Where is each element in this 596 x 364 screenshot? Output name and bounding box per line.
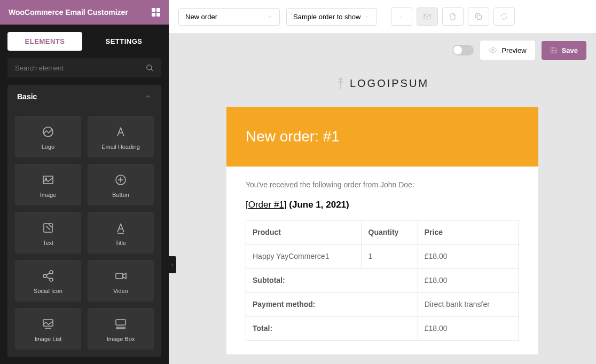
email-heading: New order: #1 <box>226 107 538 167</box>
info-icon <box>397 12 406 21</box>
heading-icon <box>114 125 127 138</box>
elements-grid: Logo Email Heading Image Button Text Tit… <box>7 108 161 357</box>
element-button[interactable]: Button <box>88 164 154 205</box>
svg-rect-24 <box>424 14 430 19</box>
video-icon <box>114 270 127 282</box>
table-header-row: Product Quantity Price <box>246 220 519 244</box>
element-image-list[interactable]: Image List <box>15 308 81 350</box>
grid-icon[interactable] <box>152 8 160 17</box>
email-logo: LOGOIPSUM <box>336 76 429 91</box>
element-social-icon[interactable]: Social Icon <box>15 260 81 302</box>
element-image-box[interactable]: Image Box <box>88 308 154 350</box>
element-video[interactable]: Video <box>88 260 154 302</box>
title-icon <box>114 221 127 234</box>
chevron-down-icon <box>266 13 273 20</box>
select-email-type[interactable]: New order <box>178 8 280 26</box>
svg-rect-19 <box>116 320 126 325</box>
toggle-switch[interactable] <box>452 45 474 56</box>
accordion-basic[interactable]: Basic <box>7 85 161 108</box>
tabs: ELEMENTS SETTINGS <box>0 25 169 58</box>
save-icon <box>550 46 558 54</box>
element-text[interactable]: Text <box>15 212 81 254</box>
svg-point-10 <box>50 271 53 274</box>
email-body: You've received the following order from… <box>226 167 538 354</box>
email-button[interactable] <box>417 7 438 26</box>
th-price: Price <box>418 220 519 244</box>
image-list-icon <box>42 318 54 330</box>
element-logo[interactable]: Logo <box>15 116 81 157</box>
copy-button[interactable] <box>468 7 489 26</box>
save-button[interactable]: Save <box>542 41 586 60</box>
search-box[interactable] <box>7 58 161 77</box>
mail-icon <box>423 12 432 21</box>
svg-line-13 <box>46 273 50 275</box>
svg-rect-25 <box>477 15 481 19</box>
th-quantity: Quantity <box>362 220 418 244</box>
tab-elements[interactable]: ELEMENTS <box>7 32 82 51</box>
button-icon <box>114 173 127 186</box>
svg-rect-15 <box>116 273 123 279</box>
copy-icon <box>474 12 483 21</box>
search-input[interactable] <box>15 64 145 72</box>
svg-point-26 <box>492 49 494 51</box>
element-title[interactable]: Title <box>88 212 154 254</box>
chevron-left-icon <box>170 262 175 267</box>
accordion-label: Basic <box>17 92 37 101</box>
order-table: Product Quantity Price Happy YayCommerce… <box>246 220 519 341</box>
document-icon <box>449 12 457 21</box>
svg-point-0 <box>147 65 152 70</box>
preview-button[interactable]: Preview <box>480 41 535 60</box>
info-button[interactable] <box>391 7 412 26</box>
svg-point-4 <box>45 178 47 180</box>
table-total-row: Payment method: Direct bank transfer <box>246 292 519 316</box>
wheat-icon <box>336 76 346 91</box>
tab-settings[interactable]: SETTINGS <box>87 32 161 51</box>
order-line: [Order #1] (June 1, 2021) <box>246 200 519 210</box>
image-icon <box>42 173 54 186</box>
refresh-button[interactable] <box>493 7 515 26</box>
secondary-toolbar: Preview Save <box>169 33 596 60</box>
svg-line-1 <box>151 69 153 71</box>
svg-line-14 <box>46 277 50 279</box>
share-icon <box>42 270 54 282</box>
element-image[interactable]: Image <box>15 164 81 205</box>
element-email-heading[interactable]: Email Heading <box>88 116 154 157</box>
svg-marker-16 <box>123 273 126 279</box>
table-row: Happy YayCommerce1 1 £18.00 <box>246 244 519 268</box>
icon-buttons <box>391 7 515 26</box>
canvas: LOGOIPSUM New order: #1 You've received … <box>169 60 596 364</box>
table-total-row: Total: £18.00 <box>246 316 519 341</box>
svg-point-12 <box>50 278 53 281</box>
sidebar-header: WooCommerce Email Customizer <box>0 0 169 25</box>
refresh-icon <box>500 12 508 21</box>
app-title: WooCommerce Email Customizer <box>9 8 128 17</box>
image-box-icon <box>114 318 127 330</box>
main: New order Sample order to show Preview S… <box>169 0 596 364</box>
email-preview: New order: #1 You've received the follow… <box>226 107 538 354</box>
th-product: Product <box>246 220 362 244</box>
eye-icon <box>489 46 497 54</box>
toolbar: New order Sample order to show <box>169 0 596 33</box>
logo-icon <box>42 125 54 138</box>
chevron-up-icon <box>144 93 152 100</box>
svg-rect-3 <box>43 176 53 184</box>
table-total-row: Subtotal: £18.00 <box>246 268 519 292</box>
svg-point-11 <box>43 274 46 278</box>
order-link[interactable]: Order #1 <box>248 200 284 210</box>
order-date: (June 1, 2021) <box>289 200 349 210</box>
text-icon <box>42 221 54 234</box>
select-sample-order[interactable]: Sample order to show <box>286 8 377 26</box>
email-intro: You've received the following order from… <box>246 180 519 189</box>
collapse-handle[interactable] <box>169 256 176 273</box>
search-icon <box>145 64 154 72</box>
document-button[interactable] <box>442 7 464 26</box>
chevron-down-icon <box>364 13 370 20</box>
sidebar: WooCommerce Email Customizer ELEMENTS SE… <box>0 0 169 364</box>
